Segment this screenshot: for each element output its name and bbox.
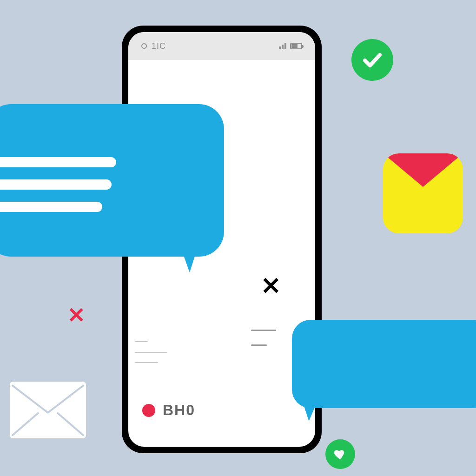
bottom-row: BH0 <box>142 402 195 419</box>
status-bar: 1IC <box>128 32 315 60</box>
chat-bubble-outgoing <box>0 104 224 257</box>
battery-icon <box>290 43 302 49</box>
mail-flap-icon <box>383 153 463 187</box>
status-time-label: 1IC <box>152 41 166 51</box>
chat-text-line <box>0 179 112 190</box>
placeholder-line <box>135 362 158 363</box>
error-x-icon: ✕ <box>67 304 86 326</box>
placeholder-line <box>135 352 167 353</box>
bottom-label: BH0 <box>163 402 195 419</box>
check-icon <box>361 49 383 71</box>
mail-app-icon <box>383 153 463 233</box>
svg-line-0 <box>12 413 39 436</box>
status-right <box>279 43 302 49</box>
record-dot-icon[interactable] <box>142 404 155 417</box>
close-icon[interactable]: ✕ <box>261 274 281 298</box>
placeholder-line <box>251 330 276 331</box>
envelope-icon <box>8 380 87 440</box>
chat-bubble-incoming <box>292 320 476 408</box>
placeholder-line <box>135 341 148 342</box>
status-circle-icon <box>141 43 147 49</box>
signal-icon <box>279 43 286 49</box>
chat-text-line <box>0 202 102 212</box>
check-badge <box>351 39 393 81</box>
heart-badge <box>325 439 355 469</box>
status-left: 1IC <box>141 41 166 51</box>
svg-line-1 <box>57 413 84 436</box>
placeholder-line <box>251 344 267 346</box>
chat-text-line <box>0 157 116 167</box>
heart-icon <box>333 447 347 461</box>
